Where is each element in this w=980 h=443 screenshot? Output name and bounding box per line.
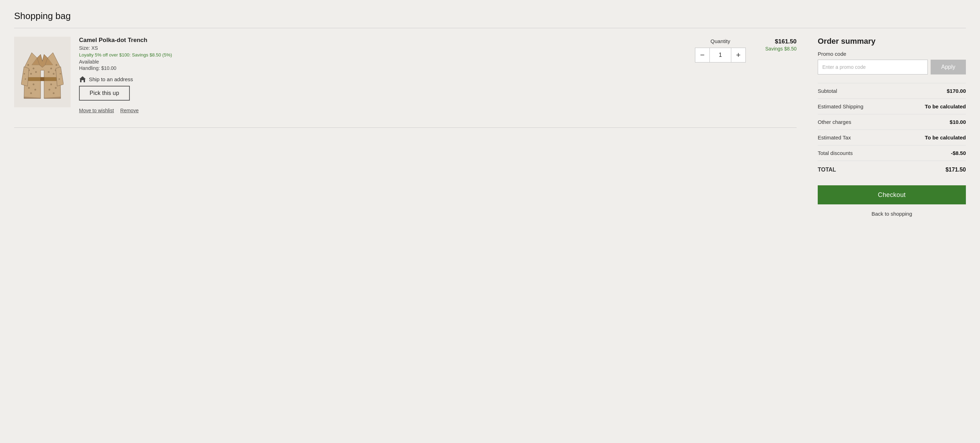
subtotal-label: Subtotal xyxy=(818,88,837,94)
decrease-quantity-button[interactable]: − xyxy=(695,48,710,62)
move-to-wishlist-link[interactable]: Move to wishlist xyxy=(79,108,114,113)
discounts-label: Total discounts xyxy=(818,150,853,156)
checkout-button[interactable]: Checkout xyxy=(818,185,966,204)
ship-row: Ship to an address xyxy=(79,76,686,82)
svg-point-15 xyxy=(51,84,52,85)
svg-rect-0 xyxy=(41,77,44,81)
remove-link[interactable]: Remove xyxy=(120,108,138,113)
tax-value: To be calculated xyxy=(925,134,966,140)
shipping-label: Estimated Shipping xyxy=(818,104,863,110)
svg-point-9 xyxy=(30,92,32,94)
ship-icon xyxy=(79,76,86,82)
cart-section: Camel Polka-dot Trench Size: XS Loyalty … xyxy=(14,37,797,128)
svg-point-8 xyxy=(35,89,37,91)
subtotal-value: $170.00 xyxy=(947,88,966,94)
ship-to-icon xyxy=(79,76,86,82)
svg-point-14 xyxy=(56,64,57,66)
shipping-value: To be calculated xyxy=(925,104,966,110)
item-loyalty: Loyalty 5% off over $100: Savings $8.50 … xyxy=(79,52,686,57)
quantity-label: Quantity xyxy=(711,38,730,44)
total-label: TOTAL xyxy=(818,167,836,173)
quantity-controls: − 1 + xyxy=(695,48,746,62)
promo-row: Apply xyxy=(818,60,966,75)
item-availability: Available xyxy=(79,59,686,65)
pick-up-button[interactable]: Pick this up xyxy=(79,86,130,100)
summary-rows: Subtotal $170.00 Estimated Shipping To b… xyxy=(818,83,966,178)
item-price: $161.50 xyxy=(775,38,797,45)
svg-point-22 xyxy=(59,78,60,80)
svg-point-21 xyxy=(60,73,61,75)
page-title: Shopping bag xyxy=(14,11,966,22)
cart-bottom-divider xyxy=(14,127,797,128)
svg-point-19 xyxy=(24,73,25,75)
item-handling: Handling: $10.00 xyxy=(79,65,686,71)
item-image xyxy=(14,37,70,107)
order-summary-section: Order summary Promo code Apply Subtotal … xyxy=(818,37,966,217)
discounts-value: -$8.50 xyxy=(951,150,966,156)
svg-point-6 xyxy=(33,84,35,85)
summary-row-discounts: Total discounts -$8.50 xyxy=(818,145,966,161)
other-charges-label: Other charges xyxy=(818,119,851,125)
svg-point-5 xyxy=(27,64,29,66)
other-charges-value: $10.00 xyxy=(950,119,966,125)
main-divider xyxy=(14,28,966,28)
svg-rect-25 xyxy=(81,80,84,82)
quantity-section: Quantity − 1 + xyxy=(695,37,746,62)
svg-point-20 xyxy=(25,78,26,80)
promo-code-input[interactable] xyxy=(818,60,928,75)
coat-illustration xyxy=(21,42,64,102)
svg-point-13 xyxy=(48,71,50,73)
price-section: $161.50 Savings $8.50 xyxy=(754,37,797,51)
tax-label: Estimated Tax xyxy=(818,134,851,140)
summary-row-total: TOTAL $171.50 xyxy=(818,161,966,178)
item-details: Camel Polka-dot Trench Size: XS Loyalty … xyxy=(79,37,686,113)
svg-point-2 xyxy=(33,68,35,70)
ship-label: Ship to an address xyxy=(89,76,133,82)
summary-row-shipping: Estimated Shipping To be calculated xyxy=(818,99,966,115)
summary-row-tax: Estimated Tax To be calculated xyxy=(818,130,966,145)
item-savings: Savings $8.50 xyxy=(765,46,797,51)
svg-point-18 xyxy=(53,92,55,94)
total-value: $171.50 xyxy=(945,167,966,173)
svg-point-7 xyxy=(28,87,30,89)
cart-item: Camel Polka-dot Trench Size: XS Loyalty … xyxy=(14,37,797,124)
main-layout: Camel Polka-dot Trench Size: XS Loyalty … xyxy=(14,37,966,217)
svg-point-12 xyxy=(53,73,55,75)
promo-label: Promo code xyxy=(818,51,966,57)
svg-point-11 xyxy=(51,68,52,70)
summary-row-other-charges: Other charges $10.00 xyxy=(818,115,966,130)
svg-marker-24 xyxy=(80,76,86,79)
apply-promo-button[interactable]: Apply xyxy=(931,60,966,75)
quantity-value: 1 xyxy=(710,48,731,62)
item-actions: Move to wishlist Remove xyxy=(79,108,686,113)
back-to-shopping-link[interactable]: Back to shopping xyxy=(818,211,966,217)
item-name: Camel Polka-dot Trench xyxy=(79,37,686,44)
svg-point-4 xyxy=(35,71,37,73)
summary-row-subtotal: Subtotal $170.00 xyxy=(818,83,966,99)
svg-point-16 xyxy=(55,87,57,89)
svg-point-3 xyxy=(30,73,32,75)
svg-point-17 xyxy=(49,89,51,91)
item-size: Size: XS xyxy=(79,45,686,51)
order-summary-title: Order summary xyxy=(818,37,966,46)
increase-quantity-button[interactable]: + xyxy=(731,48,746,62)
